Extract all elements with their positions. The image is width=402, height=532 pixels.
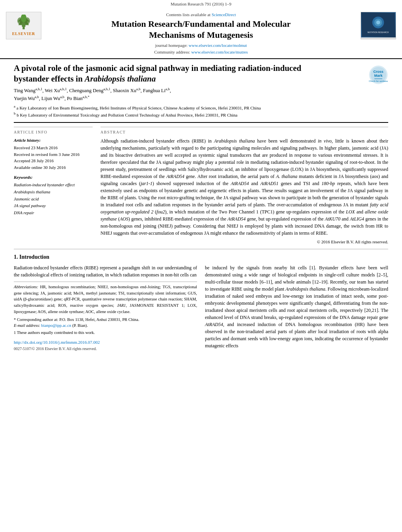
article-info-label: ARTICLE INFO — [14, 130, 93, 135]
abstract-text: Although radiation-induced bystander eff… — [100, 137, 388, 237]
received-date: Received 23 March 2016 — [14, 145, 93, 151]
intro-para-right: be induced by the signals from nearby hi… — [205, 264, 388, 349]
section-title: Introduction — [19, 254, 49, 260]
elsevier-logo-container: ELSEVIER — [6, 12, 41, 39]
issn-notice: 0027-5107/© 2016 Elsevier B.V. All right… — [14, 347, 97, 351]
community-url[interactable]: www.elsevier.com/locate/mutres — [191, 50, 248, 54]
elsevier-wordmark: ELSEVIER — [12, 31, 35, 37]
keyword-3: Jasmonic acid — [14, 196, 93, 203]
introduction-body: Radiation-induced bystander effects (RIB… — [14, 264, 388, 352]
keyword-5: DNA repair — [14, 209, 93, 217]
introduction-heading: 1. Introduction — [14, 253, 388, 261]
abstract-label: ABSTRACT — [100, 130, 388, 135]
corresponding-author: * Corresponding author at: P.O. Box 1138… — [14, 317, 197, 329]
journal-title-line2: Mechanisms of Mutagenesis — [8, 30, 394, 40]
svg-point-8 — [376, 21, 380, 25]
intro-para-left: Radiation-induced bystander effects (RIB… — [14, 264, 197, 278]
section-number: 1. — [14, 254, 18, 260]
journal-cover-image: MUTATION RESEARCH — [361, 12, 396, 39]
svg-text:Mark: Mark — [374, 74, 383, 78]
affiliations: a a Key Laboratory of Ion Beam Bioengine… — [14, 104, 388, 118]
available-date: Available online 30 July 2016 — [14, 165, 93, 171]
journal-title-line1: Mutation Research/Fundamental and Molecu… — [8, 19, 394, 29]
journal-cover-art: MUTATION RESEARCH — [361, 12, 396, 37]
keywords-label: Keywords: — [14, 174, 93, 180]
history-label: Article history: — [14, 137, 93, 143]
citation-bar: Mutation Research 791 (2016) 1–9 — [0, 0, 402, 9]
keyword-4: JA signal pathway — [14, 202, 93, 209]
crossmark-logo[interactable]: Cross Mark Check for updates — [368, 65, 388, 85]
homepage-label: journal homepage: — [155, 43, 188, 48]
copyright-notice: © 2016 Elsevier B.V. All rights reserved… — [100, 239, 388, 245]
abstract-column: ABSTRACT Although radiation-induced byst… — [100, 127, 388, 245]
sciencedirect-link-container: Contents lists available at ScienceDirec… — [8, 12, 394, 18]
sciencedirect-link[interactable]: ScienceDirect — [212, 12, 236, 17]
introduction-col-left: Radiation-induced bystander effects (RIB… — [14, 264, 197, 352]
svg-text:Cross: Cross — [373, 70, 383, 74]
elsevier-logo: ELSEVIER — [6, 13, 41, 38]
journal-links: journal homepage: www.elsevier.com/locat… — [8, 42, 394, 56]
received-revised-date: Received in revised form 3 June 2016 — [14, 152, 93, 158]
article-title-section: A pivotal role of the jasmonic acid sign… — [14, 63, 388, 123]
introduction-col-right: be induced by the signals from nearby hi… — [205, 264, 388, 352]
keyword-1: Radiation-induced bystander effect — [14, 182, 93, 189]
article-title: A pivotal role of the jasmonic acid sign… — [14, 63, 337, 85]
svg-text:MUTATION RESEARCH: MUTATION RESEARCH — [368, 32, 389, 33]
homepage-url[interactable]: www.elsevier.com/locate/molmut — [189, 43, 247, 48]
article-info-column: ARTICLE INFO Article history: Received 2… — [14, 127, 93, 245]
accepted-date: Accepted 28 July 2016 — [14, 158, 93, 164]
article-body: A pivotal role of the jasmonic acid sign… — [0, 59, 402, 356]
keyword-2: Arabidopsis thaliana — [14, 189, 93, 196]
doi-link[interactable]: http://dx.doi.org/10.1016/j.mrfmmm.2016.… — [14, 340, 100, 345]
community-label: Community address: — [154, 50, 190, 54]
authors: Ting Wanga,b,1, Wei Xua,b,1, Chenguang D… — [14, 87, 388, 102]
svg-text:Check for updates: Check for updates — [369, 80, 388, 82]
article-info-abstract: ARTICLE INFO Article history: Received 2… — [14, 127, 388, 245]
abbreviations: Abbreviations: HR, homologous recombinat… — [14, 284, 197, 315]
equal-contribution: 1 These authors equally contributed to t… — [14, 330, 197, 336]
footnotes: Abbreviations: HR, homologous recombinat… — [14, 282, 197, 336]
journal-citation: Mutation Research 791 (2016) 1–9 — [171, 2, 231, 6]
journal-header: ELSEVIER MUTATION RESEARCH Contents list… — [0, 9, 402, 59]
section-divider — [14, 249, 388, 249]
email-link[interactable]: bianpo@ipp.ac.cn — [41, 323, 71, 328]
footer-links: http://dx.doi.org/10.1016/j.mrfmmm.2016.… — [14, 339, 197, 352]
